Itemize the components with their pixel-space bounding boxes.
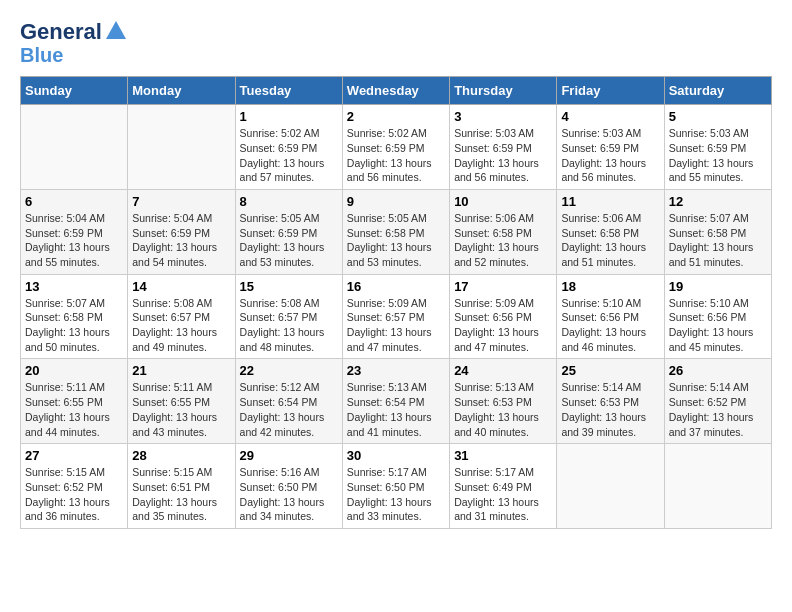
calendar-cell: 21Sunrise: 5:11 AMSunset: 6:55 PMDayligh… — [128, 359, 235, 444]
calendar-week-2: 6Sunrise: 5:04 AMSunset: 6:59 PMDaylight… — [21, 189, 772, 274]
calendar-cell: 9Sunrise: 5:05 AMSunset: 6:58 PMDaylight… — [342, 189, 449, 274]
calendar-cell: 16Sunrise: 5:09 AMSunset: 6:57 PMDayligh… — [342, 274, 449, 359]
calendar-cell: 1Sunrise: 5:02 AMSunset: 6:59 PMDaylight… — [235, 105, 342, 190]
day-info: Sunrise: 5:10 AMSunset: 6:56 PMDaylight:… — [561, 296, 659, 355]
day-number: 28 — [132, 448, 230, 463]
calendar-cell: 30Sunrise: 5:17 AMSunset: 6:50 PMDayligh… — [342, 444, 449, 529]
day-info: Sunrise: 5:09 AMSunset: 6:57 PMDaylight:… — [347, 296, 445, 355]
day-info: Sunrise: 5:17 AMSunset: 6:50 PMDaylight:… — [347, 465, 445, 524]
day-number: 3 — [454, 109, 552, 124]
day-number: 19 — [669, 279, 767, 294]
calendar-cell — [557, 444, 664, 529]
day-number: 16 — [347, 279, 445, 294]
calendar-cell: 17Sunrise: 5:09 AMSunset: 6:56 PMDayligh… — [450, 274, 557, 359]
day-number: 25 — [561, 363, 659, 378]
page-header: General Blue — [20, 20, 772, 66]
logo-icon — [106, 21, 126, 39]
calendar-cell: 24Sunrise: 5:13 AMSunset: 6:53 PMDayligh… — [450, 359, 557, 444]
day-info: Sunrise: 5:02 AMSunset: 6:59 PMDaylight:… — [240, 126, 338, 185]
day-info: Sunrise: 5:14 AMSunset: 6:52 PMDaylight:… — [669, 380, 767, 439]
day-info: Sunrise: 5:05 AMSunset: 6:58 PMDaylight:… — [347, 211, 445, 270]
day-number: 2 — [347, 109, 445, 124]
calendar-cell: 18Sunrise: 5:10 AMSunset: 6:56 PMDayligh… — [557, 274, 664, 359]
day-number: 23 — [347, 363, 445, 378]
day-info: Sunrise: 5:04 AMSunset: 6:59 PMDaylight:… — [132, 211, 230, 270]
day-number: 22 — [240, 363, 338, 378]
logo-blue: Blue — [20, 44, 63, 66]
day-number: 6 — [25, 194, 123, 209]
header-monday: Monday — [128, 77, 235, 105]
day-number: 27 — [25, 448, 123, 463]
day-info: Sunrise: 5:17 AMSunset: 6:49 PMDaylight:… — [454, 465, 552, 524]
calendar-cell: 7Sunrise: 5:04 AMSunset: 6:59 PMDaylight… — [128, 189, 235, 274]
calendar-cell: 3Sunrise: 5:03 AMSunset: 6:59 PMDaylight… — [450, 105, 557, 190]
calendar-cell: 27Sunrise: 5:15 AMSunset: 6:52 PMDayligh… — [21, 444, 128, 529]
calendar-table: SundayMondayTuesdayWednesdayThursdayFrid… — [20, 76, 772, 529]
day-info: Sunrise: 5:13 AMSunset: 6:54 PMDaylight:… — [347, 380, 445, 439]
header-friday: Friday — [557, 77, 664, 105]
logo-general: General — [20, 20, 102, 44]
day-info: Sunrise: 5:06 AMSunset: 6:58 PMDaylight:… — [454, 211, 552, 270]
header-thursday: Thursday — [450, 77, 557, 105]
day-number: 20 — [25, 363, 123, 378]
calendar-cell — [21, 105, 128, 190]
day-number: 12 — [669, 194, 767, 209]
calendar-cell: 22Sunrise: 5:12 AMSunset: 6:54 PMDayligh… — [235, 359, 342, 444]
day-number: 1 — [240, 109, 338, 124]
calendar-cell: 12Sunrise: 5:07 AMSunset: 6:58 PMDayligh… — [664, 189, 771, 274]
day-number: 26 — [669, 363, 767, 378]
calendar-cell: 4Sunrise: 5:03 AMSunset: 6:59 PMDaylight… — [557, 105, 664, 190]
calendar-cell: 31Sunrise: 5:17 AMSunset: 6:49 PMDayligh… — [450, 444, 557, 529]
logo: General Blue — [20, 20, 126, 66]
day-number: 24 — [454, 363, 552, 378]
day-number: 13 — [25, 279, 123, 294]
calendar-cell: 6Sunrise: 5:04 AMSunset: 6:59 PMDaylight… — [21, 189, 128, 274]
day-number: 7 — [132, 194, 230, 209]
calendar-week-4: 20Sunrise: 5:11 AMSunset: 6:55 PMDayligh… — [21, 359, 772, 444]
day-info: Sunrise: 5:10 AMSunset: 6:56 PMDaylight:… — [669, 296, 767, 355]
day-info: Sunrise: 5:07 AMSunset: 6:58 PMDaylight:… — [25, 296, 123, 355]
day-info: Sunrise: 5:02 AMSunset: 6:59 PMDaylight:… — [347, 126, 445, 185]
calendar-cell: 25Sunrise: 5:14 AMSunset: 6:53 PMDayligh… — [557, 359, 664, 444]
calendar-cell: 8Sunrise: 5:05 AMSunset: 6:59 PMDaylight… — [235, 189, 342, 274]
day-info: Sunrise: 5:11 AMSunset: 6:55 PMDaylight:… — [132, 380, 230, 439]
calendar-week-3: 13Sunrise: 5:07 AMSunset: 6:58 PMDayligh… — [21, 274, 772, 359]
day-info: Sunrise: 5:14 AMSunset: 6:53 PMDaylight:… — [561, 380, 659, 439]
day-info: Sunrise: 5:04 AMSunset: 6:59 PMDaylight:… — [25, 211, 123, 270]
day-number: 9 — [347, 194, 445, 209]
day-info: Sunrise: 5:15 AMSunset: 6:51 PMDaylight:… — [132, 465, 230, 524]
day-info: Sunrise: 5:12 AMSunset: 6:54 PMDaylight:… — [240, 380, 338, 439]
day-number: 31 — [454, 448, 552, 463]
calendar-cell: 20Sunrise: 5:11 AMSunset: 6:55 PMDayligh… — [21, 359, 128, 444]
day-info: Sunrise: 5:07 AMSunset: 6:58 PMDaylight:… — [669, 211, 767, 270]
day-number: 15 — [240, 279, 338, 294]
day-number: 14 — [132, 279, 230, 294]
calendar-cell: 14Sunrise: 5:08 AMSunset: 6:57 PMDayligh… — [128, 274, 235, 359]
day-number: 29 — [240, 448, 338, 463]
header-tuesday: Tuesday — [235, 77, 342, 105]
calendar-cell: 19Sunrise: 5:10 AMSunset: 6:56 PMDayligh… — [664, 274, 771, 359]
calendar-cell: 2Sunrise: 5:02 AMSunset: 6:59 PMDaylight… — [342, 105, 449, 190]
header-saturday: Saturday — [664, 77, 771, 105]
day-number: 4 — [561, 109, 659, 124]
calendar-week-5: 27Sunrise: 5:15 AMSunset: 6:52 PMDayligh… — [21, 444, 772, 529]
calendar-cell: 11Sunrise: 5:06 AMSunset: 6:58 PMDayligh… — [557, 189, 664, 274]
calendar-cell: 26Sunrise: 5:14 AMSunset: 6:52 PMDayligh… — [664, 359, 771, 444]
day-info: Sunrise: 5:15 AMSunset: 6:52 PMDaylight:… — [25, 465, 123, 524]
day-info: Sunrise: 5:05 AMSunset: 6:59 PMDaylight:… — [240, 211, 338, 270]
calendar-cell: 23Sunrise: 5:13 AMSunset: 6:54 PMDayligh… — [342, 359, 449, 444]
calendar-header-row: SundayMondayTuesdayWednesdayThursdayFrid… — [21, 77, 772, 105]
day-number: 8 — [240, 194, 338, 209]
day-number: 10 — [454, 194, 552, 209]
calendar-cell: 15Sunrise: 5:08 AMSunset: 6:57 PMDayligh… — [235, 274, 342, 359]
day-number: 5 — [669, 109, 767, 124]
day-number: 30 — [347, 448, 445, 463]
calendar-cell: 28Sunrise: 5:15 AMSunset: 6:51 PMDayligh… — [128, 444, 235, 529]
day-info: Sunrise: 5:03 AMSunset: 6:59 PMDaylight:… — [669, 126, 767, 185]
calendar-cell — [664, 444, 771, 529]
day-info: Sunrise: 5:08 AMSunset: 6:57 PMDaylight:… — [132, 296, 230, 355]
calendar-cell: 5Sunrise: 5:03 AMSunset: 6:59 PMDaylight… — [664, 105, 771, 190]
day-info: Sunrise: 5:03 AMSunset: 6:59 PMDaylight:… — [561, 126, 659, 185]
day-info: Sunrise: 5:03 AMSunset: 6:59 PMDaylight:… — [454, 126, 552, 185]
header-sunday: Sunday — [21, 77, 128, 105]
